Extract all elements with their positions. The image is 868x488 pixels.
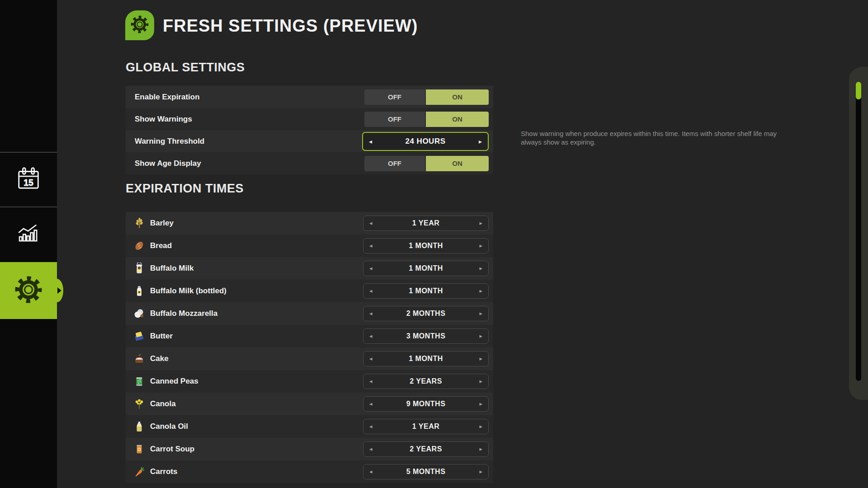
arrow-left-icon[interactable]: ◂: [369, 310, 373, 316]
item-label: Carrot Soup: [150, 445, 194, 454]
canola-expiration-selector[interactable]: ◂ 9 MONTHS ▸: [363, 396, 489, 412]
arrow-right-icon[interactable]: ▸: [479, 333, 482, 339]
bar-chart-icon: [15, 220, 42, 248]
arrow-left-icon[interactable]: ◂: [369, 469, 373, 474]
item-label: Barley: [150, 219, 174, 228]
expiration-row-buffalo-mozzarella: Buffalo Mozzarella ◂ 2 MONTHS ▸: [126, 302, 493, 325]
arrow-right-icon[interactable]: ▸: [479, 356, 482, 361]
calendar-icon: 15: [14, 164, 42, 194]
arrow-right-icon[interactable]: ▸: [479, 423, 482, 429]
buffalo-milk-icon: [133, 263, 145, 275]
arrow-right-icon[interactable]: ▸: [479, 243, 482, 249]
show-age-display-toggle: OFF ON: [364, 156, 489, 171]
global-settings-heading: GLOBAL SETTINGS: [126, 61, 245, 75]
buffalo-milk-bottled-expiration-selector[interactable]: ◂ 1 MONTH ▸: [363, 283, 489, 299]
buffalo-mozzarella-expiration-selector[interactable]: ◂ 2 MONTHS ▸: [363, 306, 489, 321]
setting-label: Warning Threshold: [135, 137, 204, 146]
arrow-left-icon[interactable]: ◂: [369, 378, 373, 384]
bread-expiration-selector[interactable]: ◂ 1 MONTH ▸: [363, 238, 489, 253]
toggle-on-button[interactable]: ON: [426, 156, 489, 171]
selector-value: 2 YEARS: [410, 377, 442, 385]
arrow-left-icon[interactable]: ◂: [369, 423, 373, 429]
selector-value: 1 MONTH: [409, 355, 443, 363]
selector-value: 1 MONTH: [409, 264, 443, 272]
carrots-expiration-selector[interactable]: ◂ 5 MONTHS ▸: [363, 464, 489, 479]
canola-oil-icon: [133, 421, 145, 433]
expiration-row-canola: Canola ◂ 9 MONTHS ▸: [126, 393, 493, 415]
gear-icon: [14, 275, 43, 306]
arrow-left-icon[interactable]: ◂: [369, 356, 373, 361]
toggle-on-button[interactable]: ON: [426, 89, 489, 105]
carrots-icon: [133, 466, 145, 478]
item-label: Canned Peas: [150, 377, 198, 386]
item-label: Cake: [150, 354, 169, 363]
expiration-row-canola-oil: Canola Oil ◂ 1 YEAR ▸: [126, 415, 493, 438]
arrow-right-icon[interactable]: ▸: [479, 220, 482, 226]
arrow-left-icon[interactable]: ◂: [369, 265, 373, 271]
arrow-left-icon[interactable]: ◂: [369, 288, 373, 294]
expiration-row-buffalo-milk: Buffalo Milk ◂ 1 MONTH ▸: [126, 257, 493, 280]
canned-peas-expiration-selector[interactable]: ◂ 2 YEARS ▸: [363, 374, 489, 389]
warning-threshold-selector[interactable]: ◂ 24 HOURS ▸: [362, 132, 489, 151]
expiration-times-heading: EXPIRATION TIMES: [126, 182, 244, 196]
arrow-right-icon[interactable]: ▸: [479, 288, 482, 294]
scrollbar-thumb[interactable]: [856, 82, 861, 99]
item-label: Bread: [150, 241, 172, 250]
toggle-off-button[interactable]: OFF: [364, 156, 425, 171]
expiration-row-carrots: Carrots ◂ 5 MONTHS ▸: [126, 460, 493, 483]
item-label: Buffalo Mozzarella: [150, 309, 217, 318]
toggle-off-button[interactable]: OFF: [364, 89, 425, 105]
setting-row-show-warnings: Show Warnings OFF ON: [126, 108, 493, 130]
item-label: Buffalo Milk: [150, 264, 193, 273]
butter-icon: [133, 330, 145, 343]
global-settings-rows: Enable Expiration OFF ON Show Warnings O…: [126, 86, 493, 174]
setting-row-enable-expiration: Enable Expiration OFF ON: [126, 86, 493, 108]
active-tab-arrow-icon: [57, 287, 61, 294]
arrow-right-icon[interactable]: ▸: [479, 138, 482, 144]
cake-expiration-selector[interactable]: ◂ 1 MONTH ▸: [363, 351, 489, 366]
canola-oil-expiration-selector[interactable]: ◂ 1 YEAR ▸: [363, 419, 489, 434]
arrow-right-icon[interactable]: ▸: [479, 378, 482, 384]
barley-expiration-selector[interactable]: ◂ 1 YEAR ▸: [363, 216, 489, 231]
mozzarella-icon: [133, 308, 145, 320]
arrow-left-icon[interactable]: ◂: [369, 138, 372, 144]
selector-value: 2 YEARS: [410, 445, 442, 453]
arrow-left-icon[interactable]: ◂: [369, 446, 373, 452]
arrow-left-icon[interactable]: ◂: [369, 220, 373, 226]
gear-icon: [130, 15, 149, 36]
item-label: Butter: [150, 332, 173, 341]
page-title: FRESH SETTINGS (PREVIEW): [163, 16, 418, 36]
expiration-row-butter: Butter ◂ 3 MONTHS ▸: [126, 325, 493, 347]
expiration-row-carrot-soup: Carrot Soup ◂ 2 YEARS ▸: [126, 438, 493, 460]
buffalo-milk-expiration-selector[interactable]: ◂ 1 MONTH ▸: [363, 261, 489, 276]
milk-bottle-icon: [133, 285, 145, 297]
selector-value: 3 MONTHS: [406, 332, 446, 340]
toggle-on-button[interactable]: ON: [426, 112, 489, 127]
arrow-right-icon[interactable]: ▸: [479, 401, 482, 407]
arrow-right-icon[interactable]: ▸: [479, 446, 482, 452]
sidebar: 15: [0, 0, 57, 488]
sidebar-item-settings[interactable]: [0, 262, 57, 319]
setting-row-show-age-display: Show Age Display OFF ON: [126, 152, 493, 174]
selector-value: 1 YEAR: [412, 219, 440, 227]
scrollbar-track[interactable]: [856, 82, 861, 381]
selector-value: 1 MONTH: [409, 287, 443, 295]
canola-icon: [133, 398, 145, 410]
selector-value: 24 HOURS: [405, 137, 445, 146]
arrow-right-icon[interactable]: ▸: [479, 469, 482, 474]
arrow-right-icon[interactable]: ▸: [479, 310, 482, 316]
arrow-left-icon[interactable]: ◂: [369, 243, 373, 249]
canned-peas-icon: [133, 375, 145, 388]
arrow-left-icon[interactable]: ◂: [369, 333, 373, 339]
bread-icon: [133, 240, 145, 252]
selector-value: 1 MONTH: [409, 242, 443, 250]
sidebar-item-statistics[interactable]: [0, 207, 57, 260]
carrot-soup-expiration-selector[interactable]: ◂ 2 YEARS ▸: [363, 441, 489, 457]
sidebar-item-calendar[interactable]: 15: [0, 153, 57, 206]
toggle-off-button[interactable]: OFF: [364, 112, 425, 127]
setting-label: Show Warnings: [135, 115, 192, 124]
expiration-times-rows: Barley ◂ 1 YEAR ▸ Bread ◂ 1 MONTH ▸: [126, 212, 493, 483]
arrow-right-icon[interactable]: ▸: [479, 265, 482, 271]
butter-expiration-selector[interactable]: ◂ 3 MONTHS ▸: [363, 328, 489, 344]
arrow-left-icon[interactable]: ◂: [369, 401, 373, 407]
